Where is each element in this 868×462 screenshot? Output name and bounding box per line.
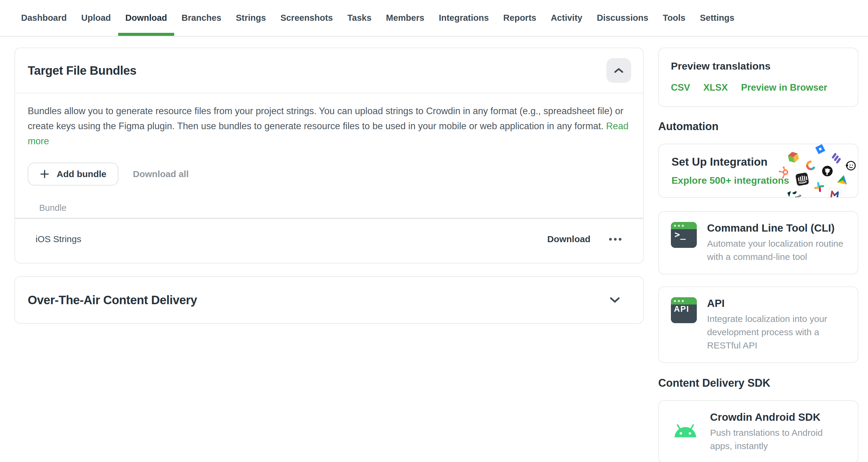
tab-tools[interactable]: Tools [655,0,692,36]
bundles-description: Bundles allow you to generate resource f… [28,104,630,149]
api-description: Integrate localization into your develop… [707,312,846,352]
plus-icon [40,169,50,179]
ota-title: Over-The-Air Content Delivery [28,293,197,307]
tab-activity[interactable]: Activity [544,0,590,36]
android-sdk-card[interactable]: Crowdin Android SDK Push translations to… [658,400,858,462]
tab-integrations[interactable]: Integrations [432,0,496,36]
preview-xlsx-link[interactable]: XLSX [704,82,728,93]
explore-integrations-link[interactable]: Explore 500+ integrations [672,175,858,186]
chevron-up-icon [614,68,624,73]
preview-translations-title: Preview translations [671,60,846,72]
tab-discussions[interactable]: Discussions [590,0,655,36]
add-bundle-label: Add bundle [57,169,106,179]
bundles-description-text: Bundles allow you to generate resource f… [28,106,623,131]
set-up-integration-title: Set Up Integration [672,156,858,168]
more-options-icon[interactable] [608,235,623,244]
set-up-integration-card[interactable]: Set Up Integration Explore 500+ integrat… [658,144,858,198]
preview-in-browser-link[interactable]: Preview in Browser [741,82,827,93]
table-row: iOS Strings Download [28,219,630,263]
tab-upload[interactable]: Upload [74,0,118,36]
tab-screenshots[interactable]: Screenshots [273,0,340,36]
bundles-table: Bundle iOS Strings Download [28,198,630,263]
marker-m-icon [827,187,842,198]
android-sdk-title: Crowdin Android SDK [710,411,846,423]
chevron-down-icon [610,297,620,303]
tab-tasks[interactable]: Tasks [340,0,378,36]
collapse-bundles-button[interactable] [607,58,631,83]
automation-heading: Automation [658,120,858,133]
android-sdk-description: Push translations to Android apps, insta… [710,426,846,453]
expand-ota-button[interactable] [610,297,620,303]
sidebar: Preview translations CSV XLSX Preview in… [658,47,858,462]
bundle-column-header: Bundle [28,198,630,218]
tab-branches[interactable]: Branches [174,0,228,36]
preview-translations-card: Preview translations CSV XLSX Preview in… [658,47,858,107]
zeplin-icon [805,195,819,198]
api-title: API [707,297,846,309]
tab-dashboard[interactable]: Dashboard [14,0,74,36]
zendesk-icon: zendesk [784,186,803,198]
tab-settings[interactable]: Settings [692,0,741,36]
preview-csv-link[interactable]: CSV [671,82,690,93]
terminal-cli-icon: >_ [671,222,697,248]
integration-logos: zendesk [761,144,858,197]
android-icon [671,423,700,441]
download-bundle-link[interactable]: Download [547,234,590,244]
cli-title: Command Line Tool (CLI) [707,222,846,234]
cli-card[interactable]: >_ Command Line Tool (CLI) Automate your… [658,211,858,274]
svg-text:zendesk: zendesk [789,194,802,198]
download-all-button[interactable]: Download all [133,169,189,179]
tab-reports[interactable]: Reports [496,0,544,36]
tab-strings[interactable]: Strings [228,0,273,36]
cli-description: Automate your localization routine with … [707,237,846,264]
tab-download[interactable]: Download [118,0,175,36]
project-tabs: Dashboard Upload Download Branches Strin… [0,0,868,37]
ota-content-delivery-card[interactable]: Over-The-Air Content Delivery [14,276,644,324]
terminal-api-icon: API [671,297,697,323]
target-file-bundles-card: Target File Bundles Bundles allow you to… [14,47,644,264]
api-card[interactable]: API API Integrate localization into your… [658,287,858,363]
tab-members[interactable]: Members [379,0,432,36]
add-bundle-button[interactable]: Add bundle [28,163,119,186]
target-file-bundles-title: Target File Bundles [28,64,136,77]
main-column: Target File Bundles Bundles allow you to… [14,47,644,324]
bundle-name[interactable]: iOS Strings [36,234,82,244]
content-delivery-sdk-heading: Content Delivery SDK [658,377,858,389]
